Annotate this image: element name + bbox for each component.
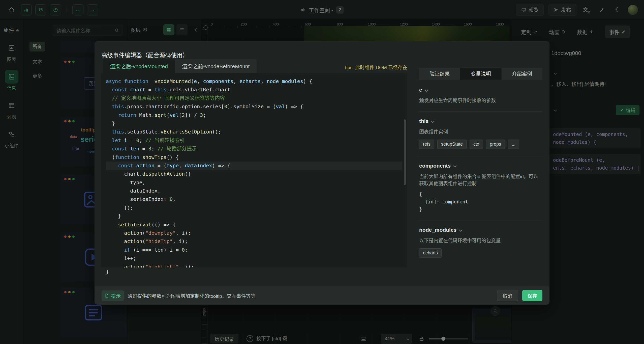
- components-code-sample: { [id]: component}: [419, 190, 542, 213]
- editor-scrollbar[interactable]: [404, 119, 406, 185]
- docs-tabs: 验证结果 变量说明 介绍案例: [419, 68, 542, 80]
- var-section-node-modules: node_modules 以下是内置在代码环境中可用的包变量 echarts: [419, 220, 542, 265]
- cancel-button[interactable]: 取消: [497, 290, 518, 301]
- var-section-this: this 图表组件实例 refs setupState ctx props ..…: [419, 112, 542, 156]
- code-lines: async function vnodeMounted(e, component…: [106, 77, 402, 268]
- var-section-e: e 触发对应生命周期事件时接收的参数: [419, 80, 542, 112]
- event-editor-modal: 高级事件编辑器（配合源码使用） 渲染之后-vnodeMounted 渲染之前-v…: [95, 41, 549, 305]
- chevron-down-icon: [453, 164, 457, 168]
- var-chip: echarts: [419, 248, 442, 258]
- chevron-down-icon: [459, 228, 463, 232]
- code-editor[interactable]: async function vnodeMounted(e, component…: [101, 73, 407, 268]
- tab-vnode-mounted[interactable]: 渲染之后-vnodeMounted: [103, 59, 175, 73]
- section-toggle[interactable]: this: [419, 118, 542, 124]
- chevron-down-icon: [425, 88, 428, 92]
- var-chip: ...: [508, 140, 519, 149]
- save-button[interactable]: 保存: [522, 290, 542, 301]
- tab-variable-docs[interactable]: 变量说明: [460, 68, 501, 80]
- tab-vnode-before-mount[interactable]: 渲染之前-vnodeBeforeMount: [175, 59, 257, 73]
- section-toggle[interactable]: e: [419, 87, 542, 93]
- tab-tip: tips: 此时组件 DOM 已经存在: [345, 64, 407, 70]
- editor-tabs: 渲染之后-vnodeMounted 渲染之前-vnodeBeforeMount: [103, 59, 257, 73]
- modal-footer: 提示 通过提供的参数可为图表增加定制化的tooltip、交互事件等等 取消 保存: [95, 286, 549, 305]
- chevron-down-icon: [431, 119, 435, 123]
- var-chip: ctx: [470, 140, 483, 149]
- document-icon: [105, 293, 109, 298]
- hint-badge: 提示: [102, 290, 124, 301]
- modal-title: 高级事件编辑器（配合源码使用）: [101, 50, 188, 59]
- tab-examples[interactable]: 介绍案例: [502, 68, 542, 80]
- section-toggle[interactable]: components: [419, 163, 542, 169]
- tab-validation-result[interactable]: 验证结果: [419, 68, 460, 80]
- var-chip: props: [486, 140, 505, 149]
- var-chip: refs: [419, 140, 434, 149]
- app-root: ← → 工作空间 - 2 预览 发布 文A ☾: [0, 0, 644, 344]
- code-closing-brace: }: [106, 269, 109, 275]
- var-chip: setupState: [437, 140, 467, 149]
- variable-docs-panel: 验证结果 变量说明 介绍案例 e 触发对应生命周期事件时接收的参数 this 图…: [419, 68, 542, 265]
- var-section-components: components 当前大屏内所有组件的集合id 图表组件中的配置id，可以获…: [419, 156, 542, 220]
- section-toggle[interactable]: node_modules: [419, 227, 542, 233]
- footer-hint: 通过提供的参数可为图表增加定制化的tooltip、交互事件等等: [128, 292, 256, 299]
